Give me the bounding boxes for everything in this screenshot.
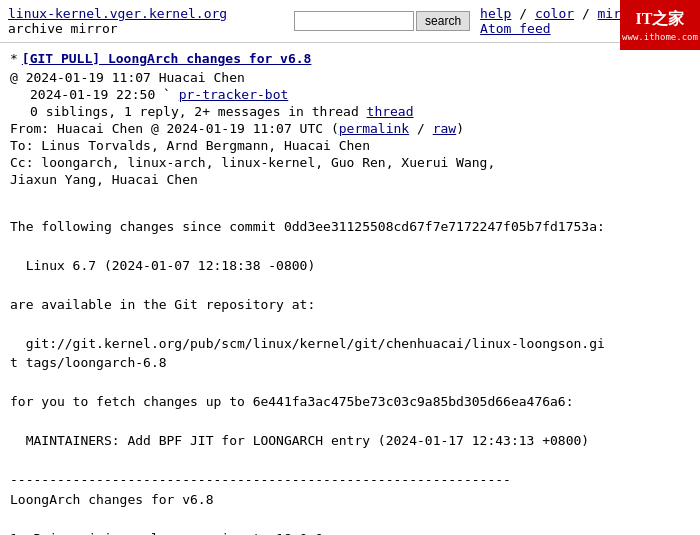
email-thread-line: 0 siblings, 1 reply, 2+ messages in thre… (30, 104, 610, 119)
logo-text: IT之家 (636, 9, 685, 30)
email-to-line: To: Linus Torvalds, Arnd Bergmann, Huaca… (10, 138, 610, 153)
email-cc-line: Cc: loongarch, linux-arch, linux-kernel,… (10, 155, 610, 170)
header: linux-kernel.vger.kernel.org archive mir… (0, 0, 700, 43)
email-from-line: From: Huacai Chen @ 2024-01-19 11:07 UTC… (10, 121, 610, 136)
raw-link[interactable]: raw (433, 121, 456, 136)
email-date-line: @ 2024-01-19 11:07 Huacai Chen (10, 70, 610, 85)
pr-tracker-link[interactable]: pr-tracker-bot (179, 87, 289, 102)
email-subject-line: *[GIT PULL] LoongArch changes for v6.8 (10, 51, 610, 66)
atom-feed-link[interactable]: Atom feed (480, 21, 550, 36)
color-link[interactable]: color (535, 6, 574, 21)
main-content: *[GIT PULL] LoongArch changes for v6.8 @… (0, 43, 700, 535)
logo-subtext: www.ithome.com (622, 32, 698, 42)
email-body: The following changes since commit 0dd3e… (10, 197, 610, 535)
search-button[interactable]: search (416, 11, 470, 31)
permalink-link[interactable]: permalink (339, 121, 409, 136)
help-link[interactable]: help (480, 6, 511, 21)
site-title: linux-kernel.vger.kernel.org archive mir… (8, 6, 284, 36)
email-cc-line2: Jiaxun Yang, Huacai Chen (10, 172, 610, 187)
thread-link[interactable]: thread (367, 104, 414, 119)
bullet-marker: * (10, 51, 18, 66)
logo-box: IT之家 www.ithome.com (620, 0, 700, 50)
search-form: search (294, 11, 470, 31)
email-timestamp-line: 2024-01-19 22:50 ` pr-tracker-bot (30, 87, 610, 102)
site-domain-link[interactable]: linux-kernel.vger.kernel.org (8, 6, 227, 21)
search-input[interactable] (294, 11, 414, 31)
email-subject-link[interactable]: [GIT PULL] LoongArch changes for v6.8 (22, 51, 312, 66)
